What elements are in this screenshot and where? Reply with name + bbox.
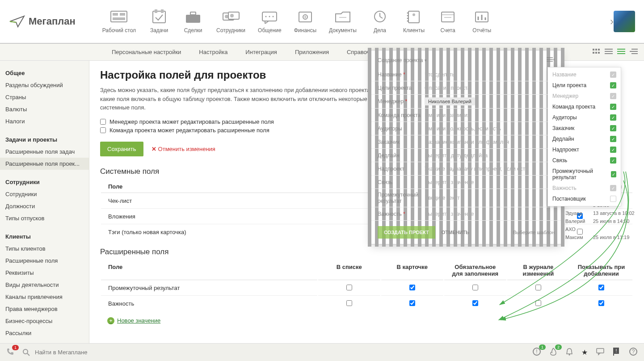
view-compact-icon[interactable] bbox=[630, 48, 638, 55]
sidebar-item[interactable]: Виды деятельности bbox=[0, 279, 89, 291]
column-toggle-row[interactable]: Название✓ bbox=[548, 69, 621, 80]
sidebar-item[interactable]: Страны bbox=[0, 91, 89, 103]
column-toggle-row[interactable]: Менеджер✓ bbox=[548, 91, 621, 101]
required-checkbox[interactable] bbox=[472, 285, 478, 290]
popup-field-row[interactable]: Надпроект Укажите надзадачу или проект, … bbox=[371, 162, 561, 176]
subnav-item[interactable]: Персональные настройки bbox=[112, 49, 181, 55]
subnav-item[interactable]: Настройка bbox=[199, 49, 227, 55]
column-toggle-row[interactable]: Связь✓ bbox=[548, 155, 621, 166]
template-link[interactable]: Выберите шаблон bbox=[513, 230, 555, 235]
popup-field-row[interactable]: Цели проекта Описание проекта bbox=[371, 81, 561, 95]
sidebar-item[interactable]: Расширенные поля задач bbox=[0, 146, 89, 158]
nav-item[interactable]: Сделки bbox=[182, 9, 204, 34]
nav-item[interactable]: Клиенты bbox=[403, 9, 425, 34]
popup-field-row[interactable]: Связь Выберите значение bbox=[371, 176, 561, 189]
sidebar-item[interactable]: Валюты bbox=[0, 103, 89, 115]
sidebar-item[interactable]: Реквизиты bbox=[0, 267, 89, 279]
global-search[interactable] bbox=[22, 348, 524, 357]
popup-field-input[interactable]: Имя или фамилия bbox=[425, 112, 555, 118]
popup-field-input[interactable]: Выберите дату дедлайна bbox=[425, 152, 555, 159]
show-checkbox[interactable] bbox=[598, 285, 604, 290]
column-toggle-row[interactable]: Важность✓ bbox=[548, 183, 621, 193]
nav-item[interactable]: Сотрудники bbox=[216, 9, 245, 34]
avatar[interactable] bbox=[614, 11, 635, 32]
sidebar-item[interactable]: Бизнес-процессы bbox=[0, 315, 89, 327]
popup-field-input[interactable]: Укажите надзадачу или проект, если есть bbox=[425, 166, 555, 172]
nav-item[interactable]: Отчёты bbox=[471, 9, 492, 34]
popup-field-input[interactable]: Имя или должность, если есть bbox=[425, 126, 555, 132]
chk-manager[interactable] bbox=[100, 119, 106, 125]
search-input[interactable] bbox=[35, 349, 524, 356]
list-checkbox[interactable] bbox=[346, 285, 352, 290]
popup-field-row[interactable]: Дедлайн Выберите дату дедлайна bbox=[371, 149, 561, 162]
nav-item[interactable]: Финансы bbox=[294, 9, 316, 34]
popup-field-row[interactable]: Команда проекта Имя или фамилия bbox=[371, 109, 561, 122]
create-project-button[interactable]: СОЗДАТЬ ПРОЕКТ bbox=[378, 226, 435, 239]
chat-icon[interactable] bbox=[596, 348, 605, 357]
view-grid-icon[interactable] bbox=[592, 48, 600, 55]
sidebar-item[interactable]: Сотрудники bbox=[0, 188, 89, 200]
card-checkbox[interactable] bbox=[409, 300, 415, 306]
popup-field-row[interactable]: Аудиторы Имя или должность, если есть bbox=[371, 122, 561, 135]
popup-field-input[interactable]: Выберите значение bbox=[425, 211, 555, 217]
add-field-link[interactable]: + Новое значение bbox=[107, 317, 160, 324]
fire-icon[interactable]: 2 bbox=[549, 347, 557, 358]
nav-item[interactable]: Дела bbox=[369, 9, 391, 34]
sidebar-item[interactable]: Разделы обсуждений bbox=[0, 79, 89, 91]
cancel-button[interactable]: ✕ Отменить изменения bbox=[152, 146, 215, 152]
log-checkbox[interactable] bbox=[535, 285, 541, 290]
star-icon[interactable]: ★ bbox=[581, 348, 588, 357]
popup-field-row[interactable]: Менеджер * Николаев Валерий bbox=[371, 95, 561, 109]
sidebar-item[interactable]: Типы клиентов bbox=[0, 243, 89, 255]
column-toggle-row[interactable]: Надпроект✓ bbox=[548, 144, 621, 155]
column-toggle-row[interactable]: Дедлайн✓ bbox=[548, 134, 621, 144]
save-button[interactable]: Сохранить bbox=[100, 142, 143, 156]
bell-icon[interactable] bbox=[565, 347, 573, 358]
sidebar-item[interactable]: Должности bbox=[0, 200, 89, 212]
popup-title-dropdown[interactable]: Создание проекта ▾ bbox=[378, 57, 427, 63]
subnav-item[interactable]: Интеграция bbox=[245, 49, 277, 55]
sidebar-item[interactable]: Типы отпусков bbox=[0, 212, 89, 224]
phone-icon[interactable]: 1 bbox=[6, 348, 14, 357]
sidebar-item[interactable]: Права менеджеров bbox=[0, 303, 89, 315]
nav-item[interactable]: Рабочий стол bbox=[102, 9, 136, 34]
logo[interactable]: Мегаплан bbox=[9, 15, 76, 28]
popup-field-input[interactable]: Введите текст bbox=[425, 195, 555, 201]
flag-icon[interactable]: ! bbox=[613, 347, 621, 358]
view-list-icon[interactable] bbox=[605, 48, 613, 55]
column-toggle-row[interactable]: Промежуточный результат✓ bbox=[548, 166, 621, 183]
sidebar-item[interactable]: Рассылки bbox=[0, 327, 89, 339]
popup-field-input[interactable]: Николаев Валерий bbox=[425, 97, 555, 105]
popup-field-row[interactable]: Промежуточный результат Введите текст bbox=[371, 189, 561, 207]
card-checkbox[interactable] bbox=[409, 285, 415, 290]
popup-field-input[interactable]: Название компании или фамилия bbox=[425, 139, 555, 145]
sidebar-item[interactable]: Каналы привлечения bbox=[0, 291, 89, 303]
view-list-active-icon[interactable] bbox=[617, 48, 625, 55]
alert-icon[interactable]: ! 1 bbox=[532, 347, 541, 358]
nav-item[interactable]: Счета bbox=[437, 9, 459, 34]
column-toggle-row[interactable]: Постановщик bbox=[548, 193, 621, 204]
subnav-item[interactable]: Приложения bbox=[295, 49, 329, 55]
columns-icon[interactable]: + bbox=[547, 57, 555, 63]
popup-field-input[interactable]: Описание проекта bbox=[425, 85, 555, 91]
log-checkbox[interactable] bbox=[535, 300, 541, 306]
popup-field-row[interactable]: Название * Что сделать bbox=[371, 68, 561, 81]
nav-item[interactable]: Общение bbox=[258, 9, 282, 34]
popup-field-row[interactable]: Заказчик Название компании или фамилия bbox=[371, 135, 561, 149]
chk-team[interactable] bbox=[100, 127, 106, 133]
show-checkbox[interactable] bbox=[598, 300, 604, 306]
nav-more-icon[interactable]: › bbox=[610, 15, 614, 28]
popup-field-input[interactable]: Что сделать bbox=[425, 71, 555, 78]
help-icon[interactable]: ? bbox=[629, 347, 638, 358]
list-checkbox[interactable] bbox=[346, 300, 352, 306]
column-toggle-row[interactable]: Аудиторы✓ bbox=[548, 112, 621, 123]
popup-field-row[interactable]: Важность * Выберите значение bbox=[371, 207, 561, 221]
sidebar-item[interactable]: Расширенные поля bbox=[0, 255, 89, 267]
required-checkbox[interactable] bbox=[472, 300, 478, 306]
column-toggle-row[interactable]: Команда проекта✓ bbox=[548, 101, 621, 112]
column-toggle-row[interactable]: Заказчик✓ bbox=[548, 123, 621, 134]
popup-cancel-button[interactable]: ОТМЕНИТЬ bbox=[442, 230, 469, 235]
nav-item[interactable]: Документы bbox=[329, 9, 357, 34]
nav-item[interactable]: Задачи bbox=[148, 9, 170, 34]
sidebar-item[interactable]: Налоги bbox=[0, 115, 89, 127]
